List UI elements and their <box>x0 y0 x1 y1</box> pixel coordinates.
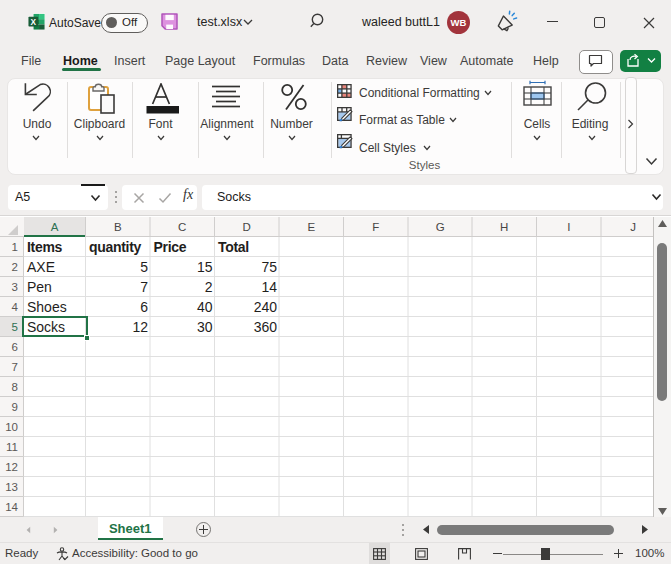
svg-text:X: X <box>30 18 36 27</box>
